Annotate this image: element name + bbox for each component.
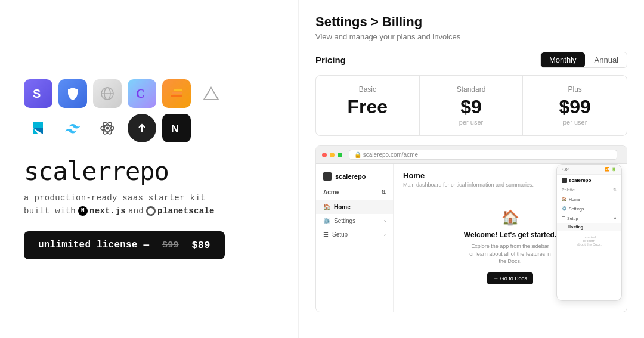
mobile-nav-settings: ⚙️ Settings (557, 204, 621, 213)
svg-point-12 (106, 126, 109, 129)
settings-nav-icon: ⚙️ (323, 218, 330, 224)
svg-rect-7 (174, 89, 182, 91)
mobile-status-bar: 4:04 📶 🔋 (557, 165, 621, 175)
n-brand-icon: N (162, 114, 191, 142)
planetscale-icon: ⬤ (146, 206, 156, 216)
basic-plan-name: Basic (327, 85, 408, 94)
pricing-label: Pricing (315, 55, 346, 65)
svg-rect-6 (172, 92, 182, 94)
home-nav-icon: 🏠 (323, 204, 330, 210)
tri-brand-icon (197, 79, 225, 108)
plus-plan-name: Plus (534, 85, 616, 94)
standard-plan-price: $9 (431, 97, 512, 116)
stack-brand-icon (162, 79, 191, 108)
tailwind-brand-icon (58, 114, 87, 142)
svg-rect-5 (171, 95, 182, 97)
nextjs-icon: N (78, 206, 88, 216)
welcome-title: Welcome! Let's get started. (464, 231, 556, 239)
billing-toggle: Monthly Annual (540, 52, 627, 68)
basic-plan-card: Basic Free (316, 76, 420, 135)
browser-url: 🔒 scalerepo.com/acme (349, 150, 617, 160)
built-with-line: built with N next.js and ⬤ planetscale (24, 206, 274, 216)
app-preview: 🔒 scalerepo.com/acme scalerepo Acme ⇅ 🏠 … (315, 145, 627, 312)
billing-header: Settings > Billing View and manage your … (315, 14, 627, 41)
app-layout: scalerepo Acme ⇅ 🏠 Home ⚙️ Settings › ☰ (316, 164, 627, 312)
planetscale-badge: ⬤ planetscale (146, 206, 215, 216)
plus-plan-price: $99 (534, 97, 616, 116)
mobile-sub-nav: Hosting (557, 223, 621, 231)
basic-plan-price: Free (327, 97, 408, 116)
page-subtitle: View and manage your plans and invoices (315, 32, 627, 41)
mobile-nav-home: 🏠 Home (557, 194, 621, 204)
nav-settings[interactable]: ⚙️ Settings › (316, 214, 393, 228)
shield-brand-icon (58, 79, 87, 108)
mobile-logo-icon (562, 178, 567, 183)
mobile-nav-setup: ☰ Setup ∧ (557, 213, 621, 223)
atom-brand-icon (93, 114, 122, 142)
cta-button[interactable]: unlimited license — $99 $89 (24, 231, 225, 259)
org-selector[interactable]: Acme ⇅ (316, 187, 393, 200)
mobile-org-selector: Palette ⇅ (557, 186, 621, 194)
right-panel: Settings > Billing View and manage your … (298, 0, 644, 338)
nav-setup[interactable]: ☰ Setup › (316, 228, 393, 241)
s-brand-icon: S (24, 79, 52, 108)
c-brand-icon: C (128, 79, 156, 108)
minimize-dot (330, 153, 335, 157)
welcome-text: Explore the app from the sidebar or lear… (469, 243, 552, 265)
browser-bar: 🔒 scalerepo.com/acme (316, 146, 627, 164)
mobile-logo: scalerepo (557, 175, 621, 186)
welcome-home-icon: 🏠 (501, 209, 519, 226)
mobile-preview: 4:04 📶 🔋 scalerepo Palette ⇅ 🏠 Home ⚙️ (556, 164, 622, 301)
3d-brand-icon (93, 79, 122, 108)
plans-grid: Basic Free Standard $9 per user Plus $99… (315, 75, 627, 136)
standard-plan-name: Standard (431, 85, 512, 94)
old-price: $99 (162, 240, 179, 250)
arrow-up-brand-icon (128, 114, 156, 142)
svg-text:N: N (171, 123, 179, 135)
sidebar-logo-icon (323, 172, 332, 181)
pricing-row: Pricing Monthly Annual (315, 52, 627, 68)
setup-nav-icon: ☰ (323, 231, 329, 238)
svg-text:C: C (136, 87, 144, 100)
monthly-toggle[interactable]: Monthly (541, 52, 585, 67)
left-panel: S C (0, 0, 298, 338)
app-sidebar: scalerepo Acme ⇅ 🏠 Home ⚙️ Settings › ☰ (316, 164, 394, 312)
standard-plan-per: per user (431, 119, 512, 126)
nextjs-badge: N next.js (78, 206, 126, 216)
maximize-dot (338, 153, 342, 157)
framer-brand-icon (24, 114, 52, 142)
go-docs-button[interactable]: → Go to Docs (487, 272, 533, 284)
plus-plan-card: Plus $99 per user (523, 76, 627, 135)
new-price: $89 (191, 240, 210, 251)
mobile-welcome-area: ...started. or learn about the Docs. (557, 231, 621, 251)
standard-plan-card: Standard $9 per user (420, 76, 524, 135)
tagline: a production-ready saas starter kit (24, 193, 274, 203)
svg-marker-9 (33, 122, 43, 128)
nav-home[interactable]: 🏠 Home (316, 200, 393, 214)
brand-name: scalerrepo (24, 157, 274, 186)
plus-plan-per: per user (534, 119, 616, 126)
svg-marker-8 (204, 88, 218, 100)
svg-text:S: S (33, 87, 41, 100)
annual-toggle[interactable]: Annual (586, 52, 627, 67)
close-dot (322, 153, 327, 157)
tech-icon-grid: S C (24, 79, 274, 142)
sidebar-logo: scalerepo (316, 170, 393, 187)
page-title: Settings > Billing (315, 14, 627, 30)
